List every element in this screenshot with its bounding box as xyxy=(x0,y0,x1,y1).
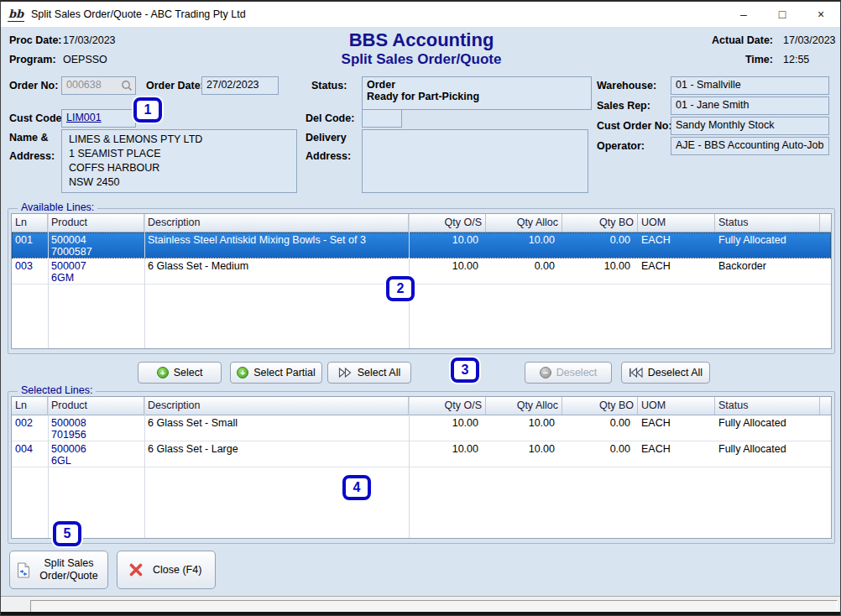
maximize-button[interactable]: □ xyxy=(763,2,802,27)
app-icon: bb xyxy=(8,7,24,22)
close-window-button[interactable]: × xyxy=(802,2,840,27)
cell-qty-alloc: 10.00 xyxy=(486,232,562,258)
cell-filler xyxy=(820,232,831,258)
cust-code-label: Cust Code: xyxy=(9,112,65,124)
cell-product: 500008 701956 xyxy=(48,415,144,441)
window-title: Split Sales Order/Quote - ABC Trading Pt… xyxy=(31,8,246,20)
product-alt-code: 6GM xyxy=(51,272,141,284)
cust-order-no-field[interactable]: Sandy Monthly Stock xyxy=(671,117,829,135)
col-qty-bo: Qty BO xyxy=(562,397,638,415)
cell-product: 500007 6GM xyxy=(48,258,144,284)
annotation-badge-1: 1 xyxy=(133,97,162,123)
cell-status: Fully Allocated xyxy=(715,415,820,441)
split-document-icon xyxy=(17,562,30,578)
minimize-button[interactable]: – xyxy=(724,2,763,27)
table-row[interactable]: 003 500007 6GM 6 Glass Set - Medium 10.0… xyxy=(12,258,831,285)
deselect-all-button[interactable]: Deselect All xyxy=(621,362,710,384)
selected-lines-title: Selected Lines: xyxy=(18,384,96,396)
cell-filler xyxy=(820,258,831,284)
selected-lines-header: Ln Product Description Qty O/S Qty Alloc… xyxy=(12,397,831,415)
product-code: 500006 xyxy=(51,443,141,455)
proc-date-label: Proc Date: xyxy=(9,34,62,46)
order-no-label: Order No: xyxy=(9,80,58,91)
minus-icon: − xyxy=(540,367,551,378)
cell-ln: 003 xyxy=(12,258,48,284)
cell-description: 6 Glass Set - Small xyxy=(144,415,409,441)
order-no-field[interactable]: 000638 xyxy=(61,76,136,95)
available-lines-table: Ln Product Description Qty O/S Qty Alloc… xyxy=(11,213,832,349)
cust-code-link[interactable]: LIM001 xyxy=(66,112,102,123)
product-code: 500007 xyxy=(51,260,141,272)
select-button[interactable]: + Select xyxy=(138,362,222,384)
cell-filler xyxy=(820,415,831,441)
plus-icon: + xyxy=(237,367,248,378)
col-status: Status xyxy=(715,214,820,232)
product-alt-code: 6GL xyxy=(51,455,141,467)
select-partial-button[interactable]: + Select Partial xyxy=(230,362,322,384)
cell-product: 500006 6GL xyxy=(48,441,144,467)
name-address-label-line2: Address: xyxy=(9,150,55,162)
delivery-address-label-line2: Address: xyxy=(306,150,351,162)
col-status: Status xyxy=(715,397,820,415)
product-code: 500008 xyxy=(51,417,141,429)
double-chevron-right-icon xyxy=(338,368,353,378)
delivery-address-label-line1: Delivery xyxy=(306,132,347,144)
cell-qty-os: 10.00 xyxy=(409,258,486,284)
deselect-button-label: Deselect xyxy=(556,367,598,378)
deselect-all-button-label: Deselect All xyxy=(648,367,703,378)
annotation-badge-3: 3 xyxy=(451,358,479,383)
col-qty-os: Qty O/S xyxy=(409,397,486,415)
cell-ln: 001 xyxy=(12,232,48,258)
cell-product: 500004 7000587 xyxy=(48,232,144,258)
annotation-badge-4: 4 xyxy=(342,475,371,500)
cell-uom: EACH xyxy=(638,415,715,441)
cust-code-field[interactable]: LIM001 xyxy=(61,109,136,128)
time-label: Time: xyxy=(681,54,773,65)
select-all-button[interactable]: Select All xyxy=(327,362,411,384)
sales-rep-field[interactable]: 01 - Jane Smith xyxy=(671,97,829,115)
deselect-button[interactable]: − Deselect xyxy=(525,362,612,384)
column-separator xyxy=(48,214,49,348)
column-separator xyxy=(144,214,145,348)
annotation-badge-5: 5 xyxy=(53,521,81,546)
col-filler xyxy=(820,214,831,232)
warehouse-field[interactable]: 01 - Smallville xyxy=(671,76,829,95)
cell-qty-bo: 0.00 xyxy=(562,441,638,467)
program-label: Program: xyxy=(9,54,56,65)
product-alt-code: 7000587 xyxy=(51,246,141,258)
address-line: LIMES & LEMONS PTY LTD xyxy=(69,133,290,147)
search-icon[interactable] xyxy=(121,80,133,91)
status-line-2: Ready for Part-Picking xyxy=(367,91,587,102)
order-date-field[interactable]: 27/02/2023 xyxy=(201,76,279,95)
close-button-label: Close (F4) xyxy=(153,564,201,576)
table-row[interactable]: 001 500004 7000587 Stainless Steel Antis… xyxy=(12,232,831,258)
cell-qty-os: 10.00 xyxy=(409,415,486,441)
warehouse-label: Warehouse: xyxy=(597,80,656,91)
close-button[interactable]: Close (F4) xyxy=(117,551,216,589)
split-label-line1: Split Sales xyxy=(37,557,101,570)
table-row[interactable]: 004 500006 6GL 6 Glass Set - Large 10.00… xyxy=(12,441,831,467)
actual-date-label: Actual Date: xyxy=(681,34,773,46)
cell-uom: EACH xyxy=(638,441,715,467)
status-box: Order Ready for Part-Picking xyxy=(362,76,592,110)
cell-qty-bo: 0.00 xyxy=(562,415,638,441)
plus-icon: + xyxy=(157,367,169,378)
operator-field[interactable]: AJE - BBS Accounting Auto-Job xyxy=(671,137,829,155)
actual-date-value: 17/03/2023 xyxy=(783,34,836,46)
column-separator xyxy=(48,397,49,538)
status-label: Status: xyxy=(311,80,347,91)
product-code: 500004 xyxy=(51,234,141,246)
sales-rep-label: Sales Rep: xyxy=(597,100,650,112)
col-ln: Ln xyxy=(12,397,48,415)
split-sales-order-button[interactable]: Split Sales Order/Quote xyxy=(9,551,108,589)
address-line: 1 SEAMIST PLACE xyxy=(69,147,290,161)
operator-label: Operator: xyxy=(597,140,645,152)
col-ln: Ln xyxy=(12,214,48,232)
cell-ln: 002 xyxy=(12,415,48,441)
title-bar: bb Split Sales Order/Quote - ABC Trading… xyxy=(1,2,840,27)
screen-title: Split Sales Order/Quote xyxy=(212,51,631,68)
table-row[interactable]: 002 500008 701956 6 Glass Set - Small 10… xyxy=(12,415,831,441)
program-value: OEPSSO xyxy=(63,54,107,65)
time-value: 12:55 xyxy=(783,54,809,65)
del-code-field[interactable] xyxy=(362,109,402,128)
